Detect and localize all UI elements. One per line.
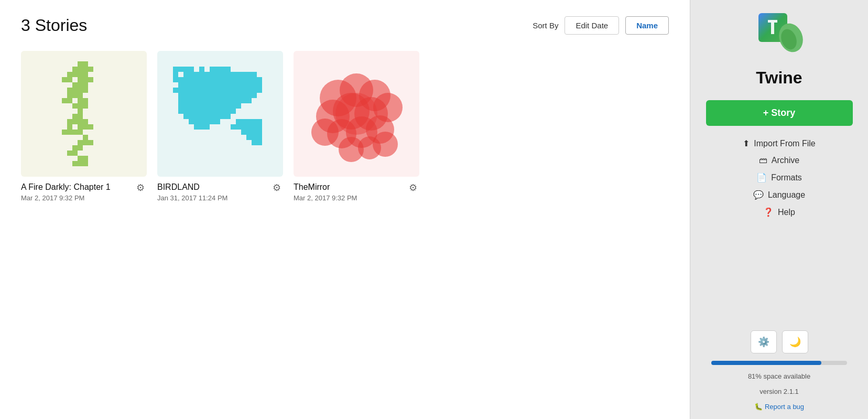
svg-rect-133 [257, 88, 262, 93]
svg-rect-83 [252, 72, 257, 77]
svg-rect-155 [210, 98, 215, 103]
story-card-mirror[interactable]: TheMirror Mar 2, 2017 9:32 PM ⚙ [294, 51, 419, 202]
svg-rect-199 [210, 119, 215, 124]
svg-rect-218 [257, 130, 262, 135]
svg-rect-129 [236, 88, 241, 93]
svg-rect-207 [199, 124, 204, 130]
svg-rect-69 [173, 72, 178, 77]
story-gear-bird[interactable]: ⚙ [270, 181, 283, 195]
svg-point-237 [373, 132, 398, 157]
svg-rect-31 [83, 103, 88, 109]
svg-rect-154 [204, 98, 210, 103]
formats-link[interactable]: 📄 Formats [756, 173, 802, 182]
svg-rect-182 [215, 109, 220, 114]
svg-rect-214 [257, 124, 262, 130]
svg-rect-175 [178, 109, 183, 114]
svg-rect-41 [83, 124, 88, 130]
svg-rect-70 [183, 72, 189, 77]
svg-rect-93 [220, 77, 225, 82]
archive-label: Archive [772, 156, 799, 165]
svg-rect-211 [241, 124, 246, 130]
svg-rect-191 [210, 114, 215, 119]
svg-rect-40 [78, 124, 83, 130]
settings-icon-button[interactable]: ⚙️ [751, 330, 777, 353]
svg-rect-126 [220, 88, 225, 93]
svg-rect-45 [72, 130, 78, 135]
svg-rect-29 [72, 103, 78, 109]
svg-rect-147 [246, 93, 252, 98]
svg-rect-92 [215, 77, 220, 82]
svg-rect-170 [215, 103, 220, 109]
new-story-button[interactable]: + Story [706, 100, 853, 126]
sort-name-button[interactable]: Name [625, 16, 669, 35]
story-gear-fire[interactable]: ⚙ [134, 181, 147, 195]
svg-rect-152 [194, 98, 199, 103]
svg-rect-34 [78, 114, 83, 119]
svg-rect-75 [210, 72, 215, 77]
svg-rect-104 [194, 82, 199, 88]
story-gear-mirror[interactable]: ⚙ [407, 181, 419, 195]
version-text: version 2.1.1 [760, 388, 798, 395]
svg-rect-7 [72, 72, 78, 77]
theme-icon-button[interactable]: 🌙 [782, 330, 808, 353]
svg-rect-209 [231, 124, 236, 130]
svg-rect-113 [241, 82, 246, 88]
svg-rect-219 [246, 135, 252, 140]
svg-rect-158 [225, 98, 231, 103]
archive-link[interactable]: 🗃 Archive [759, 156, 799, 165]
svg-rect-42 [88, 124, 93, 130]
story-card-bird[interactable]: BIRDLAND Jan 31, 2017 11:24 PM ⚙ [157, 51, 283, 202]
svg-rect-33 [72, 114, 78, 119]
svg-rect-105 [199, 82, 204, 88]
svg-rect-146 [241, 93, 246, 98]
svg-rect-96 [236, 77, 241, 82]
svg-rect-176 [183, 109, 189, 114]
svg-rect-28 [83, 98, 88, 103]
svg-rect-123 [204, 88, 210, 93]
svg-rect-74 [204, 72, 210, 77]
svg-rect-117 [173, 88, 178, 93]
svg-rect-13 [83, 77, 88, 82]
svg-rect-186 [183, 114, 189, 119]
svg-rect-184 [225, 109, 231, 114]
svg-rect-51 [72, 145, 78, 151]
svg-rect-66 [215, 67, 220, 72]
svg-rect-202 [241, 119, 246, 124]
svg-rect-21 [83, 88, 88, 93]
svg-rect-84 [173, 77, 178, 82]
sort-edit-date-button[interactable]: Edit Date [565, 16, 619, 35]
sidebar: Twine + Story ⬆ Import From File 🗃 Archi… [690, 0, 868, 419]
svg-rect-204 [252, 119, 257, 124]
story-date-mirror: Mar 2, 2017 9:32 PM [294, 194, 407, 202]
svg-rect-48 [78, 140, 83, 145]
report-bug-link[interactable]: 🐛 Report a bug [754, 403, 804, 411]
help-link[interactable]: ❓ Help [763, 207, 795, 217]
svg-rect-169 [210, 103, 215, 109]
svg-rect-88 [194, 77, 199, 82]
svg-rect-107 [210, 82, 215, 88]
svg-rect-19 [72, 88, 78, 93]
svg-rect-148 [252, 93, 257, 98]
svg-rect-134 [178, 93, 183, 98]
svg-rect-71 [189, 72, 194, 77]
story-card-fire[interactable]: A Fire Darkly: Chapter 1 Mar 2, 2017 9:3… [21, 51, 147, 202]
svg-rect-109 [220, 82, 225, 88]
svg-rect-132 [252, 88, 257, 93]
svg-rect-159 [231, 98, 236, 103]
svg-rect-63 [189, 67, 194, 72]
svg-rect-173 [231, 103, 236, 109]
import-link[interactable]: ⬆ Import From File [743, 138, 815, 148]
sort-label: Sort By [533, 21, 558, 30]
svg-rect-89 [199, 77, 204, 82]
svg-rect-203 [246, 119, 252, 124]
svg-rect-94 [225, 77, 231, 82]
svg-rect-25 [62, 98, 67, 103]
svg-rect-24 [78, 93, 83, 98]
help-label: Help [778, 208, 795, 217]
language-link[interactable]: 💬 Language [753, 190, 805, 200]
svg-rect-197 [199, 119, 204, 124]
svg-rect-0 [78, 61, 83, 67]
svg-rect-37 [78, 119, 83, 124]
story-thumbnail-fire [21, 51, 147, 177]
svg-rect-86 [183, 77, 189, 82]
